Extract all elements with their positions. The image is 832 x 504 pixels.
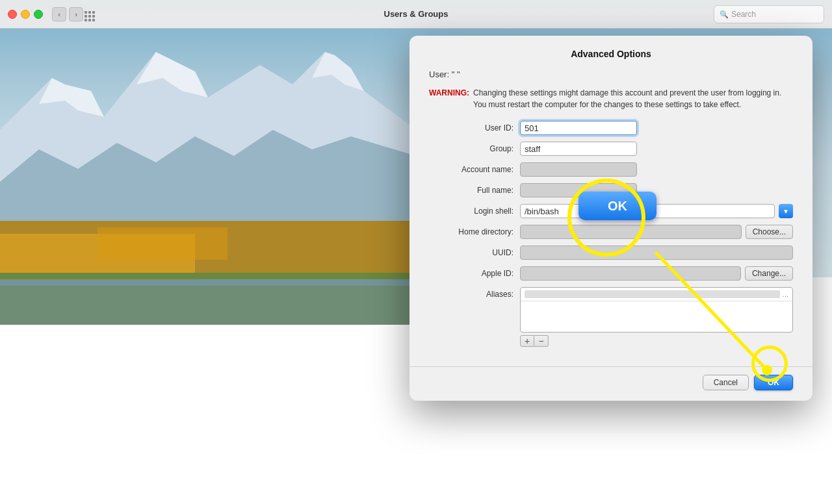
apple-id-row: Apple ID: Change... — [429, 266, 793, 281]
cancel-button[interactable]: Cancel — [703, 375, 749, 390]
home-dir-label: Home directory: — [429, 227, 520, 236]
add-alias-button[interactable]: + — [520, 335, 534, 347]
user-id-row: User ID: — [429, 121, 793, 135]
aliases-box: ... — [520, 287, 793, 333]
user-row: User: " " — [429, 69, 793, 79]
back-button[interactable]: ‹ — [52, 7, 66, 21]
account-name-label: Account name: — [429, 165, 520, 174]
user-label: User: — [429, 69, 449, 79]
ok-big-button[interactable]: OK — [578, 192, 656, 220]
aliases-row: Aliases: ... + − — [429, 287, 793, 347]
chevron-down-icon: ▼ — [783, 208, 789, 215]
uuid-input[interactable] — [520, 246, 793, 260]
group-input[interactable] — [520, 142, 637, 156]
apple-id-field-group: Change... — [520, 266, 793, 281]
aliases-item-content — [525, 290, 780, 298]
navigation-buttons: ‹ › — [52, 7, 83, 21]
remove-alias-button[interactable]: − — [534, 335, 549, 347]
maximize-button[interactable] — [34, 10, 43, 19]
user-value: " " — [452, 69, 460, 79]
login-shell-dropdown-btn[interactable]: ▼ — [779, 204, 793, 218]
ok-big-container: OK — [578, 192, 656, 220]
dialog-title: Advanced Options — [429, 49, 793, 59]
login-shell-field-group: ▼ — [520, 204, 793, 218]
aliases-item-row: ... — [521, 288, 792, 301]
aliases-controls: + − — [520, 335, 793, 347]
account-name-row: Account name: — [429, 162, 793, 177]
svg-rect-8 — [98, 227, 228, 260]
home-dir-input[interactable] — [520, 225, 742, 239]
traffic-lights — [8, 10, 43, 19]
account-name-input[interactable] — [520, 162, 637, 177]
minimize-button[interactable] — [21, 10, 30, 19]
search-icon: 🔍 — [720, 10, 729, 19]
aliases-more-btn[interactable]: ... — [783, 290, 788, 298]
user-id-label: User ID: — [429, 123, 520, 132]
svg-rect-10 — [0, 286, 416, 325]
warning-text: Changing these settings might damage thi… — [473, 87, 793, 110]
aliases-label: Aliases: — [429, 287, 520, 299]
ok-button-footer[interactable]: OK — [754, 375, 793, 390]
close-button[interactable] — [8, 10, 17, 19]
apps-grid-icon[interactable] — [84, 11, 95, 21]
apple-id-input[interactable] — [520, 266, 741, 281]
group-label: Group: — [429, 144, 520, 153]
group-row: Group: — [429, 142, 793, 156]
forward-icon: › — [75, 10, 77, 18]
user-id-input[interactable] — [520, 121, 637, 135]
titlebar: ‹ › Users & Groups 🔍 Search — [0, 0, 832, 29]
home-dir-row: Home directory: Choose... — [429, 225, 793, 239]
home-dir-field-group: Choose... — [520, 225, 793, 239]
forward-button[interactable]: › — [69, 7, 83, 21]
choose-button[interactable]: Choose... — [746, 225, 793, 239]
back-icon: ‹ — [58, 10, 60, 18]
dialog-footer: Cancel OK — [410, 366, 812, 401]
login-shell-label: Login shell: — [429, 207, 520, 216]
warning-row: WARNING: Changing these settings might d… — [429, 87, 793, 110]
mountains-svg — [0, 0, 416, 325]
uuid-row: UUID: — [429, 246, 793, 260]
window-title: Users & Groups — [384, 9, 448, 19]
aliases-area: ... + − — [520, 287, 793, 347]
apple-id-label: Apple ID: — [429, 269, 520, 278]
change-button[interactable]: Change... — [745, 266, 793, 281]
search-placeholder: Search — [731, 10, 756, 19]
uuid-label: UUID: — [429, 248, 520, 257]
search-box[interactable]: 🔍 Search — [714, 5, 824, 23]
warning-label: WARNING: — [429, 87, 469, 110]
full-name-label: Full name: — [429, 186, 520, 195]
